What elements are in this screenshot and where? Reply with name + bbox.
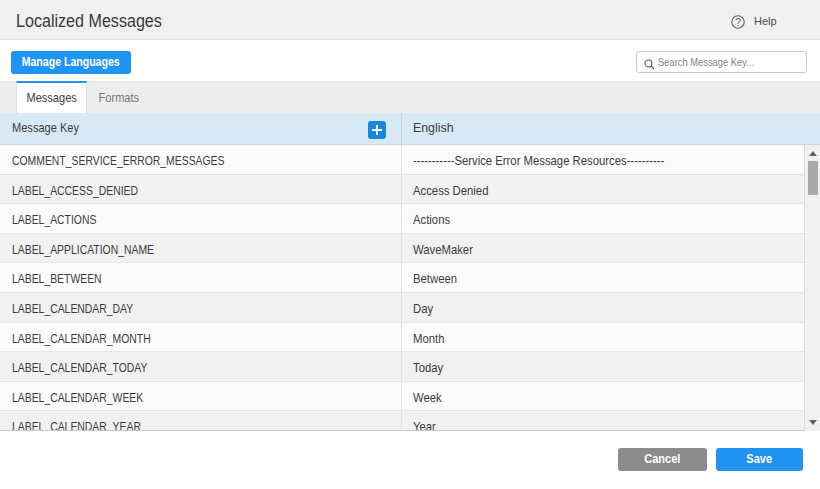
- svg-text:?: ?: [735, 16, 741, 27]
